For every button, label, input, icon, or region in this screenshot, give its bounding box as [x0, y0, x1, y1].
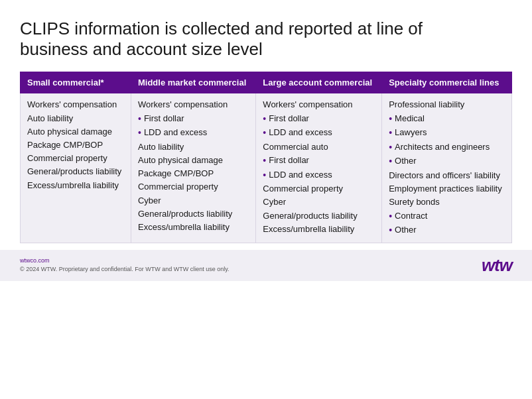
list-item: •First dollar	[263, 154, 375, 168]
list-item: Workers' compensation	[263, 99, 375, 111]
bullet-icon: •	[138, 127, 141, 140]
page-title: CLIPS information is collected and repor…	[20, 19, 512, 60]
list-item: •LDD and excess	[138, 127, 249, 140]
bullet-icon: •	[389, 141, 392, 154]
list-item: •LDD and excess	[263, 127, 375, 140]
list-item: Commercial property	[138, 181, 249, 193]
bullet-icon: •	[389, 127, 392, 140]
page: CLIPS information is collected and repor…	[0, 0, 532, 399]
bullet-icon: •	[389, 210, 392, 223]
list-item: •Lawyers	[389, 127, 505, 140]
col-large-content: Workers' compensation•First dollar•LDD a…	[256, 93, 382, 243]
list-item: •Architects and engineers	[389, 141, 505, 154]
list-item: Auto physical damage	[27, 126, 124, 138]
list-item: Cyber	[138, 195, 249, 207]
list-item: Directors and officers' liability	[389, 170, 505, 182]
bullet-icon: •	[263, 113, 266, 126]
list-item: Package CMP/BOP	[138, 168, 249, 180]
list-item: General/products liability	[138, 208, 249, 220]
list-item: •First dollar	[263, 113, 375, 126]
list-item: Auto liability	[138, 141, 249, 153]
list-item: Professional liability	[389, 99, 505, 111]
list-item: Commercial auto	[263, 141, 375, 153]
col-header-small: Small commercial*	[21, 72, 131, 93]
list-item: •Medical	[389, 113, 505, 126]
col-header-middle: Middle market commercial	[131, 72, 255, 93]
list-item: •LDD and excess	[263, 169, 375, 182]
footer: wtwco.com © 2024 WTW. Proprietary and co…	[0, 250, 532, 281]
list-item: Cyber	[263, 196, 375, 208]
wtw-logo: wtw	[482, 255, 512, 276]
list-item: •Contract	[389, 210, 505, 223]
bullet-icon: •	[263, 154, 266, 168]
list-item: General/products liability	[263, 210, 375, 222]
list-item: Auto liability	[27, 113, 124, 125]
bullet-icon: •	[389, 113, 392, 126]
list-item: Surety bonds	[389, 196, 505, 208]
list-item: General/products liability	[27, 166, 124, 178]
list-item: Package CMP/BOP	[27, 139, 124, 151]
footer-left: wtwco.com © 2024 WTW. Proprietary and co…	[20, 256, 230, 274]
bullet-icon: •	[389, 224, 392, 237]
list-item: Excess/umbrella liability	[138, 221, 249, 233]
list-item: •Other	[389, 224, 505, 237]
col-header-large: Large account commercial	[256, 72, 382, 93]
col-middle-content: Workers' compensation•First dollar•LDD a…	[131, 93, 255, 243]
list-item: Workers' compensation	[27, 99, 124, 111]
main-table: Small commercial* Middle market commerci…	[20, 72, 512, 243]
list-item: Excess/umbrella liability	[263, 223, 375, 235]
bullet-icon: •	[263, 127, 266, 140]
list-item: Excess/umbrella liability	[27, 180, 124, 192]
list-item: •Other	[389, 155, 505, 168]
list-item: Commercial property	[27, 152, 124, 164]
bullet-icon: •	[389, 155, 392, 168]
bullet-icon: •	[263, 169, 266, 182]
col-header-specialty: Specialty commercial lines	[382, 72, 512, 93]
list-item: •First dollar	[138, 113, 249, 126]
bullet-icon: •	[138, 113, 141, 126]
list-item: Commercial property	[263, 183, 375, 195]
footer-copyright: © 2024 WTW. Proprietary and confidential…	[20, 265, 230, 274]
list-item: Employment practices liability	[389, 183, 505, 195]
list-item: Workers' compensation	[138, 99, 249, 111]
list-item: Auto physical damage	[138, 154, 249, 166]
col-small-content: Workers' compensationAuto liabilityAuto …	[21, 93, 131, 243]
footer-url: wtwco.com	[20, 256, 230, 266]
col-specialty-content: Professional liability•Medical•Lawyers•A…	[382, 93, 512, 243]
